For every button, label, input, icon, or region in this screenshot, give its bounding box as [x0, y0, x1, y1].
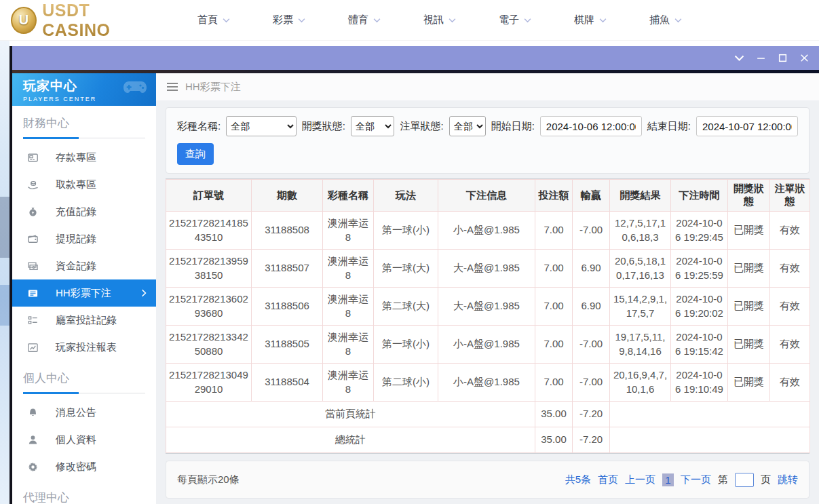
table-cell: 2152172821395938150	[166, 250, 252, 288]
chevron-down-icon	[449, 18, 456, 23]
table-cell: 大-A盤@1.985	[438, 250, 535, 288]
nav-item-4[interactable]: 電子	[499, 14, 531, 26]
column-header: 注單狀態	[770, 180, 810, 212]
column-header: 下注時間	[671, 180, 728, 212]
table-cell: 大-A盤@1.985	[438, 288, 535, 326]
sidebar-item-0-5[interactable]: HH彩票下注	[12, 279, 156, 307]
summary-label: 當前頁統計	[166, 402, 535, 427]
table-cell: 7.00	[535, 212, 573, 250]
nav-item-label: 首頁	[197, 14, 218, 26]
column-header: 輸贏	[573, 180, 610, 212]
chevron-down-icon	[674, 18, 682, 23]
current-page-badge[interactable]: 1	[662, 473, 674, 486]
table-cell: 有效	[770, 364, 810, 402]
table-cell: 澳洲幸运8	[323, 212, 374, 250]
page-jump-input[interactable]	[735, 473, 754, 487]
table-cell: 已開獎	[728, 288, 770, 326]
prev-page-link[interactable]: 上一页	[625, 473, 655, 486]
maximize-button[interactable]	[778, 53, 788, 63]
top-navbar: U USDT CASINO 首頁彩票體育視訊電子棋牌捕魚	[0, 0, 819, 41]
sidebar-item-label: 玩家投注報表	[56, 341, 117, 354]
table-cell: 6.90	[573, 288, 610, 326]
table-cell: 已開獎	[728, 250, 770, 288]
sidebar-item-label: 消息公告	[56, 406, 96, 419]
sidebar-item-0-1[interactable]: 取款專區	[12, 171, 156, 198]
hamburger-menu-icon[interactable]	[167, 83, 178, 91]
table-cell: 20,6,5,18,10,17,16,13	[610, 250, 671, 288]
table-cell: 2152172821304929010	[166, 364, 252, 402]
table-cell: 澳洲幸运8	[323, 326, 374, 364]
nav-item-5[interactable]: 棋牌	[574, 14, 607, 26]
first-page-link[interactable]: 首页	[598, 473, 618, 486]
nav-item-2[interactable]: 體育	[348, 14, 381, 26]
table-cell: 2024-10-06 19:10:49	[671, 364, 728, 402]
chevron-down-icon	[734, 53, 744, 63]
banknotes-icon	[27, 260, 39, 272]
order-status-select[interactable]: 全部	[449, 116, 486, 136]
page-header: HH彩票下注	[156, 73, 819, 100]
sidebar: 玩家中心 PLAYERS CENTER 財務中心存款專區取款專區充值記錄提現記錄…	[12, 73, 156, 504]
query-button[interactable]: 查詢	[177, 143, 214, 165]
nav-item-6[interactable]: 捕魚	[649, 14, 682, 26]
minimize-button[interactable]	[756, 53, 766, 63]
table-cell: 小-A盤@1.985	[438, 326, 535, 364]
table-cell: 2152172821360293680	[166, 288, 252, 326]
table-cell: 2024-10-06 19:15:42	[671, 326, 728, 364]
chevron-down-icon	[298, 18, 305, 23]
table-cell: 已開獎	[728, 364, 770, 402]
gamepad-icon	[123, 79, 147, 98]
money-bag-icon	[27, 206, 39, 218]
nav-item-1[interactable]: 彩票	[273, 14, 305, 26]
sidebar-item-0-6[interactable]: 廳室投註記錄	[12, 307, 156, 334]
logo-coin-icon: U	[11, 7, 37, 34]
table-cell: 2152172821334250880	[166, 326, 252, 364]
sidebar-item-label: 存款專區	[56, 151, 96, 164]
column-header: 玩法	[374, 180, 438, 212]
table-cell: 31188506	[252, 288, 323, 326]
nav-item-label: 視訊	[423, 14, 444, 26]
sidebar-item-1-2[interactable]: 修改密碼	[12, 453, 156, 480]
filter-panel: 彩種名稱: 全部 開獎狀態: 全部 注單狀態: 全部 開始日期: 結束日期:	[166, 107, 810, 174]
nav-item-label: 捕魚	[649, 14, 670, 26]
sidebar-item-0-0[interactable]: 存款專區	[12, 144, 156, 171]
jump-action-link[interactable]: 跳转	[778, 473, 798, 486]
sidebar-item-0-3[interactable]: 提現記錄	[12, 225, 156, 252]
draw-status-select[interactable]: 全部	[351, 116, 395, 136]
order-status-label: 注單狀態:	[400, 120, 443, 133]
table-cell: 19,17,5,11,9,8,14,16	[610, 326, 671, 364]
lottery-name-select[interactable]: 全部	[226, 116, 297, 136]
nav-item-label: 棋牌	[574, 14, 594, 26]
sidebar-item-0-7[interactable]: 玩家投注報表	[12, 334, 156, 361]
nav-item-3[interactable]: 視訊	[423, 14, 456, 26]
sidebar-item-label: 充值記錄	[56, 206, 96, 218]
table-row: 215217282136029368031188506澳洲幸运8第二球(大)大-…	[166, 288, 810, 326]
table-row: 215217282141854351031188508澳洲幸运8第一球(小)小-…	[166, 212, 810, 250]
window-titlebar	[12, 46, 819, 70]
table-cell: 小-A盤@1.985	[438, 212, 535, 250]
sidebar-header: 玩家中心 PLAYERS CENTER	[12, 73, 156, 106]
sidebar-item-1-1[interactable]: 個人資料	[12, 426, 156, 453]
end-date-input[interactable]	[696, 116, 798, 136]
sidebar-item-1-0[interactable]: 消息公告	[12, 399, 156, 426]
table-cell: 第一球(大)	[374, 250, 438, 288]
sidebar-item-label: 廳室投註記錄	[56, 314, 117, 327]
table-cell: 已開獎	[728, 212, 770, 250]
jump-suffix-label: 页	[761, 473, 771, 486]
next-page-link[interactable]: 下一页	[681, 473, 711, 486]
summary-label: 總統計	[166, 427, 535, 453]
start-date-input[interactable]	[540, 116, 642, 136]
table-cell: 澳洲幸运8	[323, 288, 374, 326]
nav-item-label: 電子	[499, 14, 519, 26]
player-center-window: 玩家中心 PLAYERS CENTER 財務中心存款專區取款專區充值記錄提現記錄…	[9, 46, 819, 504]
gear-icon	[27, 461, 39, 473]
sidebar-item-0-2[interactable]: 充值記錄	[12, 198, 156, 225]
collapse-button[interactable]	[734, 53, 744, 63]
usdt-casino-logo[interactable]: U USDT CASINO	[11, 1, 157, 40]
report-chart-icon	[27, 342, 39, 353]
summary-row: 總統計35.00-7.20	[166, 427, 810, 453]
sidebar-item-label: 提現記錄	[56, 233, 96, 246]
close-button[interactable]	[799, 53, 810, 63]
nav-item-0[interactable]: 首頁	[197, 14, 230, 26]
sidebar-item-0-4[interactable]: 資金記錄	[12, 252, 156, 279]
table-cell: 2024-10-06 19:29:45	[671, 212, 728, 250]
